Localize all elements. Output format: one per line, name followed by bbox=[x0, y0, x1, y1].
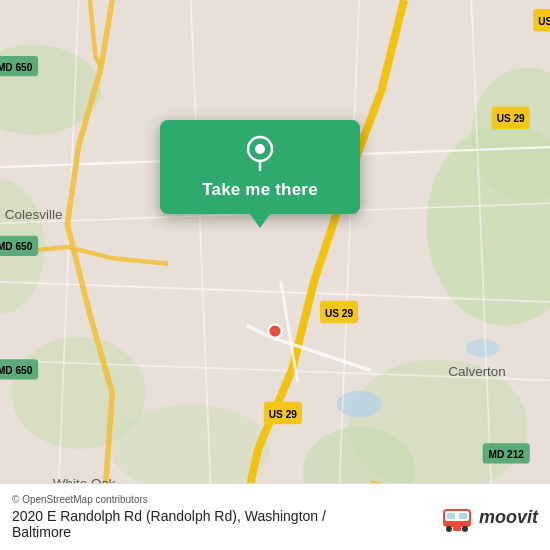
svg-text:MD 212: MD 212 bbox=[489, 449, 525, 460]
popup-card: Take me there bbox=[160, 120, 360, 214]
svg-text:Colesville: Colesville bbox=[5, 207, 63, 222]
svg-point-8 bbox=[112, 404, 269, 494]
osm-attribution: © OpenStreetMap contributors bbox=[12, 494, 326, 505]
svg-rect-50 bbox=[459, 513, 467, 519]
bottom-bar: © OpenStreetMap contributors 2020 E Rand… bbox=[0, 483, 550, 550]
svg-text:US 29: US 29 bbox=[497, 113, 525, 124]
svg-text:US 29: US 29 bbox=[325, 308, 353, 319]
svg-text:US 29: US 29 bbox=[269, 409, 297, 420]
svg-point-10 bbox=[466, 339, 500, 357]
address-line2: Baltimore bbox=[12, 524, 326, 540]
address-section: © OpenStreetMap contributors 2020 E Rand… bbox=[12, 494, 326, 540]
svg-rect-49 bbox=[447, 513, 455, 519]
svg-point-47 bbox=[462, 526, 468, 532]
svg-text:MD 650: MD 650 bbox=[0, 62, 33, 73]
svg-text:US 29: US 29 bbox=[538, 16, 550, 27]
svg-point-40 bbox=[268, 324, 281, 337]
svg-point-42 bbox=[255, 144, 265, 154]
moovit-logo: moovit bbox=[439, 499, 538, 535]
svg-text:MD 650: MD 650 bbox=[0, 241, 33, 252]
svg-text:Calverton: Calverton bbox=[448, 364, 506, 379]
location-pin-icon bbox=[241, 134, 279, 172]
moovit-brand-text: moovit bbox=[479, 507, 538, 528]
take-me-there-button[interactable]: Take me there bbox=[202, 180, 318, 200]
svg-text:MD 650: MD 650 bbox=[0, 365, 33, 376]
map-svg: US 29 US 29 US 29 MD 650 MD 650 MD 650 M… bbox=[0, 0, 550, 550]
svg-point-46 bbox=[446, 526, 452, 532]
svg-rect-48 bbox=[453, 527, 461, 531]
address-line1: 2020 E Randolph Rd (Randolph Rd), Washin… bbox=[12, 508, 326, 524]
moovit-icon bbox=[439, 499, 475, 535]
map-container: US 29 US 29 US 29 MD 650 MD 650 MD 650 M… bbox=[0, 0, 550, 550]
